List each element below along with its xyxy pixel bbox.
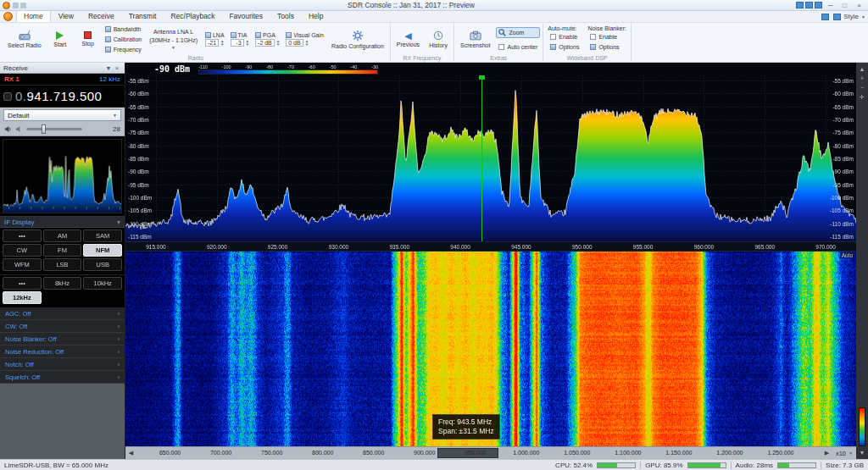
filter-8khz[interactable]: 8kHz <box>43 277 82 290</box>
mode-usb[interactable]: USB <box>83 258 122 271</box>
noise-blanker-options-button[interactable]: Options <box>587 42 626 52</box>
pga-value[interactable]: -2 dB <box>255 39 275 47</box>
panel-filler <box>0 384 125 459</box>
profile-dropdown[interactable]: Default ▼ <box>3 109 121 121</box>
tab-home[interactable]: Home <box>16 10 51 22</box>
volume-slider[interactable] <box>26 128 82 130</box>
mode-wfm[interactable]: WFM <box>3 258 42 271</box>
visual-gain-value[interactable]: 0 dB <box>286 39 303 47</box>
filter-empty <box>83 291 122 304</box>
lna-value[interactable]: -21 <box>205 39 219 47</box>
mode-nfm[interactable]: NFM <box>83 244 122 257</box>
spectrum-canvas[interactable] <box>125 75 856 241</box>
pga-spinner[interactable]: PGA -2 dB▲▼ <box>253 25 281 54</box>
group-label-rx-frequency: RX Frequency <box>393 54 451 62</box>
theme-icon-2[interactable] <box>833 14 841 20</box>
scroll-down-icon[interactable]: ▼ <box>860 450 865 456</box>
mode-cw[interactable]: CW <box>3 244 42 257</box>
rx-bandwidth-badge: 12 kHz <box>99 75 120 83</box>
spinner-arrows-icon[interactable]: ▲▼ <box>276 40 280 47</box>
spinner-arrows-icon[interactable]: ▲▼ <box>305 40 309 47</box>
select-radio-button[interactable]: Select Radio <box>4 25 45 54</box>
mute-icon[interactable] <box>15 125 23 133</box>
filter-12khz[interactable]: 12kHz <box>3 291 42 304</box>
minimize-button[interactable]: ─ <box>824 2 837 9</box>
filter-item[interactable]: ••• <box>3 277 42 290</box>
speaker-icon[interactable] <box>4 125 12 133</box>
auto-center-checkbox[interactable]: Auto center <box>496 42 540 52</box>
noise-blanker-enable-checkbox[interactable]: Enable <box>587 32 626 41</box>
waterfall-palette-bar[interactable] <box>859 407 865 446</box>
crosshair-icon[interactable]: ✛ <box>860 94 865 100</box>
radio-configuration-button[interactable]: Radio Configuration <box>328 25 387 54</box>
stop-button[interactable]: Stop <box>75 25 101 54</box>
previous-button[interactable]: ◀ Previous <box>393 25 423 54</box>
zoom-toggle[interactable]: Zoom <box>496 27 540 38</box>
waterfall-auto-label[interactable]: Auto <box>840 252 854 258</box>
tia-spinner[interactable]: TIA -3▲▼ <box>229 25 251 54</box>
theme-icon-1[interactable] <box>821 14 829 20</box>
tab-help[interactable]: Help <box>302 11 330 22</box>
tab-receive[interactable]: Receive <box>81 11 121 22</box>
lna-spinner[interactable]: LNA -21▲▼ <box>203 25 226 54</box>
filter-10khz[interactable]: 10kHz <box>83 277 122 290</box>
tab-rec-playback[interactable]: Rec/Playback <box>164 11 221 22</box>
if-spectrum-canvas[interactable] <box>3 139 122 213</box>
screenshot-button[interactable]: Screenshot <box>457 25 493 54</box>
if-display-header[interactable]: IF Display ▾ <box>0 217 125 228</box>
app-menu-button[interactable] <box>3 12 13 21</box>
tab-transmit[interactable]: Transmit <box>122 11 164 22</box>
spinner-arrows-icon[interactable]: ▲▼ <box>220 40 224 47</box>
tab-tools[interactable]: Tools <box>270 11 301 22</box>
start-button[interactable]: Start <box>47 25 73 54</box>
mode-sam[interactable]: SAM <box>83 229 122 242</box>
section-notch-off[interactable]: Notch: Off› <box>0 358 125 371</box>
auto-mute-options-button[interactable]: Options <box>548 42 581 52</box>
volume-row: 28 <box>0 123 125 136</box>
section-noise-reduction-off[interactable]: Noise Reduction: Off› <box>0 346 125 358</box>
tab-favourites[interactable]: Favourites <box>222 11 270 22</box>
mode-item[interactable]: ••• <box>3 229 42 242</box>
zoom-in-icon[interactable]: + <box>860 75 864 81</box>
nav-zoom-control[interactable]: x10 ▼ <box>832 450 856 457</box>
frequency-display[interactable]: 0.941.719.500 <box>0 86 125 108</box>
layout-icon-1[interactable] <box>796 2 804 8</box>
frequency-button[interactable]: Frequency <box>103 47 143 53</box>
if-spectrum-thumbnail[interactable] <box>0 136 125 217</box>
panel-menu-icon[interactable]: ▼ <box>104 65 113 71</box>
nav-left-arrow[interactable]: ◀ <box>125 450 136 456</box>
volume-slider-thumb[interactable] <box>42 124 46 134</box>
section-agc-off[interactable]: AGC: Off› <box>0 307 125 320</box>
quick-access-icon-2[interactable] <box>20 3 26 8</box>
nav-track[interactable]: 650.000700.000750.000800.000850.000900.0… <box>136 447 821 459</box>
visual-gain-spinner[interactable]: Visual Gain 0 dB▲▼ <box>284 25 326 54</box>
section-squelch-off[interactable]: Squelch: Off› <box>0 371 125 384</box>
auto-mute-enable-checkbox[interactable]: Enable <box>548 32 581 41</box>
layout-icon-3[interactable] <box>815 2 822 8</box>
scroll-up-icon[interactable]: ▲ <box>860 66 865 72</box>
section-noise-blanker-off[interactable]: Noise Blanker: Off› <box>0 333 125 346</box>
section-label: Noise Blanker: Off <box>5 335 57 343</box>
mode-lsb[interactable]: LSB <box>43 258 82 271</box>
bandwidth-button[interactable]: Bandwidth <box>103 26 143 32</box>
zoom-out-icon[interactable]: − <box>860 85 864 91</box>
freq-label: 935.000 <box>390 244 410 250</box>
mode-am[interactable]: AM <box>43 229 82 242</box>
quick-access-icon-1[interactable] <box>13 3 19 8</box>
tab-view[interactable]: View <box>52 11 81 22</box>
frequency-icon <box>105 47 111 53</box>
mode-fm[interactable]: FM <box>43 244 82 257</box>
panel-close-icon[interactable]: × <box>113 65 121 71</box>
maximize-button[interactable]: □ <box>838 2 851 9</box>
calibration-button[interactable]: Calibration <box>103 36 143 42</box>
layout-icon-2[interactable] <box>805 2 813 8</box>
section-cw-off[interactable]: CW: Off› <box>0 320 125 333</box>
nav-right-arrow[interactable]: ▶ <box>821 450 832 456</box>
style-selector[interactable]: Style ▼ <box>820 13 865 22</box>
antenna-line1: Antenna LNA L <box>153 29 193 36</box>
antenna-select-button[interactable]: Antenna LNA L (30MHz - 1.1GHz) ▼ <box>146 25 201 54</box>
history-button[interactable]: History <box>426 25 451 54</box>
close-button[interactable]: × <box>853 2 865 9</box>
tia-value[interactable]: -3 <box>231 39 244 47</box>
spinner-arrows-icon[interactable]: ▲▼ <box>246 40 249 47</box>
